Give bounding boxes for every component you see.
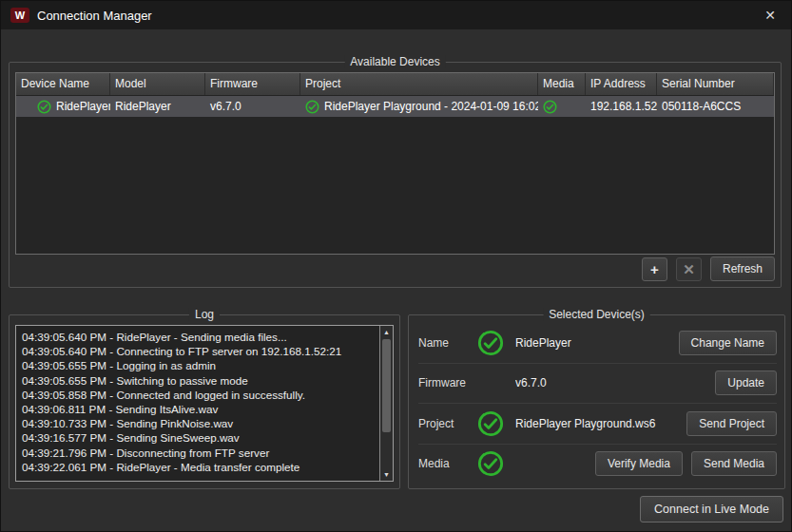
selected-devices-title: Selected Device(s) [543,308,650,321]
close-icon[interactable]: ✕ [761,6,780,25]
connect-live-mode-button[interactable]: Connect in Live Mode [640,496,783,522]
project-ok-check-icon [305,100,319,114]
selected-device-details: Name RidePlayer Change Name Firmware v6.… [418,323,777,484]
log-entry: 04:39:05.655 PM - Logging in as admin [22,358,374,372]
available-devices-title: Available Devices [344,55,446,68]
app-logo-letter: W [15,10,25,21]
media-check-slot [477,450,508,477]
selected-firmware-row: Firmware v6.7.0 Update [418,364,777,405]
media-ok-check-icon [477,450,504,477]
log-entry: 04:39:05.655 PM - Switching to passive m… [22,373,374,388]
window-title: Connection Manager [37,9,152,23]
log-entry: 04:39:05.640 PM - RidePlayer - Sending m… [22,330,374,344]
selected-project-row: Project RidePlayer Playground.ws6 Send P… [418,404,777,445]
scrollbar-thumb[interactable] [382,339,391,432]
column-header-firmware[interactable]: Firmware [205,73,300,95]
log-entry: 04:39:21.796 PM - Disconnecting from FTP… [22,446,374,460]
title-bar: W Connection Manager ✕ [1,1,791,29]
serial-number-cell: 050118-A6CCS [657,96,774,117]
model-cell: RidePlayer [110,96,205,117]
refresh-button[interactable]: Refresh [710,256,775,281]
log-list[interactable]: 04:39:05.640 PM - RidePlayer - Sending m… [15,325,394,482]
device-actions: + ✕ Refresh [642,256,775,281]
update-firmware-button[interactable]: Update [715,370,777,395]
column-header-project[interactable]: Project [300,73,538,95]
project-label: Project [418,417,470,430]
device-name-text: RidePlayer [56,100,110,113]
firmware-label: Firmware [418,376,470,390]
selected-firmware-version: v6.7.0 [515,376,707,390]
media-ok-check-icon [543,100,557,114]
verify-media-button[interactable]: Verify Media [595,451,683,476]
log-scrollbar[interactable]: ▲ ▼ [379,326,393,481]
name-label: Name [418,336,470,350]
selected-project-name: RidePlayer Playground.ws6 [515,417,679,430]
project-check-slot [477,410,508,437]
change-name-button[interactable]: Change Name [679,331,777,355]
name-ok-check-icon [477,330,504,356]
send-project-button[interactable]: Send Project [686,411,777,436]
scroll-up-icon[interactable]: ▲ [380,326,393,338]
selected-name-row: Name RidePlayer Change Name [418,323,777,364]
project-text: RidePlayer Playground - 2024-01-09 16:02… [324,100,538,113]
selected-device-name: RidePlayer [515,336,671,350]
log-entry: 04:39:22.061 PM - RidePlayer - Media tra… [22,460,374,474]
log-entry: 04:39:05.640 PM - Connecting to FTP serv… [22,344,374,358]
add-device-button[interactable]: + [642,257,667,281]
project-cell: RidePlayer Playground - 2024-01-09 16:02… [300,96,538,117]
media-label: Media [418,457,470,470]
firmware-cell: v6.7.0 [205,96,300,117]
log-panel: Log 04:39:05.640 PM - RidePlayer - Sendi… [9,314,400,489]
remove-device-button[interactable]: ✕ [676,257,702,281]
log-entry: 04:39:06.811 PM - Sending ItsAlive.wav [22,402,374,416]
column-header-model[interactable]: Model [110,73,205,95]
log-title: Log [189,308,220,321]
send-media-button[interactable]: Send Media [691,451,777,476]
devices-table: Device Name Model Firmware Project Media… [15,72,775,255]
column-header-device-name[interactable]: Device Name [16,73,110,95]
scroll-down-icon[interactable]: ▼ [380,468,393,481]
log-entry: 04:39:10.733 PM - Sending PinkNoise.wav [22,416,374,430]
device-row[interactable]: RidePlayer RidePlayer v6.7.0 RidePlayer … [16,96,774,117]
selected-media-row: Media Verify Media Send Media [418,445,777,484]
log-entry: 04:39:16.577 PM - Sending SineSweep.wav [22,430,374,445]
ip-address-cell: 192.168.1.52 [586,96,657,117]
connection-manager-window: W Connection Manager ✕ Available Devices… [0,0,792,532]
devices-table-header: Device Name Model Firmware Project Media… [16,73,774,96]
project-ok-check-icon [477,410,504,437]
available-devices-panel: Available Devices Device Name Model Firm… [9,62,782,288]
column-header-ip-address[interactable]: IP Address [586,73,657,95]
media-cell [538,96,586,117]
device-ok-check-icon [37,100,51,114]
column-header-media[interactable]: Media [538,73,586,95]
log-entry: 04:39:05.858 PM - Connected and logged i… [22,388,374,402]
app-logo-icon: W [10,8,29,23]
selected-devices-panel: Selected Device(s) Name RidePlayer Chang… [408,314,785,489]
device-name-cell: RidePlayer [16,96,110,117]
column-header-serial-number[interactable]: Serial Number [657,73,774,95]
name-check-slot [477,330,508,356]
